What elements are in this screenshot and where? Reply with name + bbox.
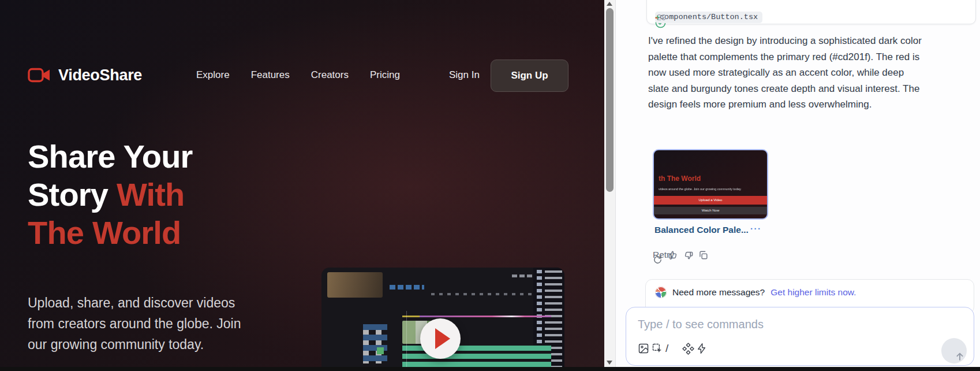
usage-meter-icon <box>655 287 667 298</box>
nav-link-explore[interactable]: Explore <box>196 69 230 81</box>
editor-photo-clip <box>327 272 383 298</box>
assistant-message: I've refined the design by introducing a… <box>648 33 924 113</box>
hero-line-1: Share Your <box>28 138 193 175</box>
play-triangle-icon <box>435 328 450 349</box>
hero-title: Share Your Story With The World <box>28 138 193 252</box>
diff-count: 29 <box>657 13 666 22</box>
chat-panel: Updated components/Button.tsx + - 29 I'v… <box>615 0 980 371</box>
send-button[interactable] <box>941 338 967 363</box>
editor-tool-grid <box>363 324 387 363</box>
scrollbar-down-arrow[interactable] <box>607 361 612 365</box>
website-preview: VideoShare Explore Features Creators Pri… <box>0 0 604 371</box>
hero-paragraph: Upload, share, and discover videos from … <box>28 292 260 355</box>
brand-name: VideoShare <box>58 66 142 84</box>
site-nav: Explore Features Creators Pricing <box>196 58 400 92</box>
video-editor-preview-image <box>321 268 564 371</box>
play-button[interactable] <box>420 318 461 359</box>
video-camera-icon <box>28 67 51 83</box>
thumbnail-menu-button[interactable]: ··· <box>750 224 762 233</box>
window-bottom-edge <box>0 367 980 371</box>
updated-file-chip: components/Button.tsx <box>655 12 762 23</box>
sign-in-link[interactable]: Sign In <box>449 58 480 92</box>
editor-yellow-ruler <box>402 316 420 317</box>
composer-toolbar: / <box>638 342 696 355</box>
scrollbar-thumb[interactable] <box>606 8 614 192</box>
editor-playhead <box>406 311 407 371</box>
nav-link-creators[interactable]: Creators <box>311 69 349 81</box>
message-input[interactable] <box>638 314 897 334</box>
scrollbar-up-arrow[interactable] <box>607 2 612 6</box>
thumb-heading-fragment: th The World <box>659 175 701 183</box>
site-logo[interactable]: VideoShare <box>28 58 142 92</box>
editor-blue-chips <box>390 285 424 290</box>
hero-line-3: The World <box>28 214 181 251</box>
get-higher-limits-link[interactable]: Get higher limits now. <box>770 287 856 298</box>
design-preview-thumbnail[interactable]: th The World videos around the globe. Jo… <box>653 149 768 220</box>
thumb-primary-button: Upload a Video <box>654 196 767 205</box>
editor-green-swatch <box>377 347 384 354</box>
hero-line-2-red: With <box>117 176 185 213</box>
thumb-secondary-button: Watch Now <box>654 207 767 214</box>
vertical-scrollbar[interactable] <box>604 0 615 371</box>
site-header: VideoShare Explore Features Creators Pri… <box>28 58 576 92</box>
editor-pink-ruler <box>420 316 551 317</box>
thumb-body-fragment: videos around the globe. Join our growin… <box>659 187 742 190</box>
file-update-card[interactable]: Updated components/Button.tsx + - 29 <box>646 0 976 24</box>
thumbnail-caption-row: Balanced Color Pale... ··· <box>654 225 805 238</box>
thumbnail-caption: Balanced Color Pale... <box>654 225 749 235</box>
banner-text: Need more messages? <box>672 287 765 298</box>
slash-command-icon[interactable]: / <box>665 342 668 355</box>
sign-up-button[interactable]: Sign Up <box>491 60 568 92</box>
nav-link-features[interactable]: Features <box>251 69 290 81</box>
message-actions: Retry <box>653 247 826 262</box>
hero-line-2-white: Story <box>28 176 117 213</box>
app-window: VideoShare Explore Features Creators Pri… <box>0 0 980 371</box>
nav-link-pricing[interactable]: Pricing <box>370 69 400 81</box>
message-composer[interactable]: / <box>626 307 974 366</box>
